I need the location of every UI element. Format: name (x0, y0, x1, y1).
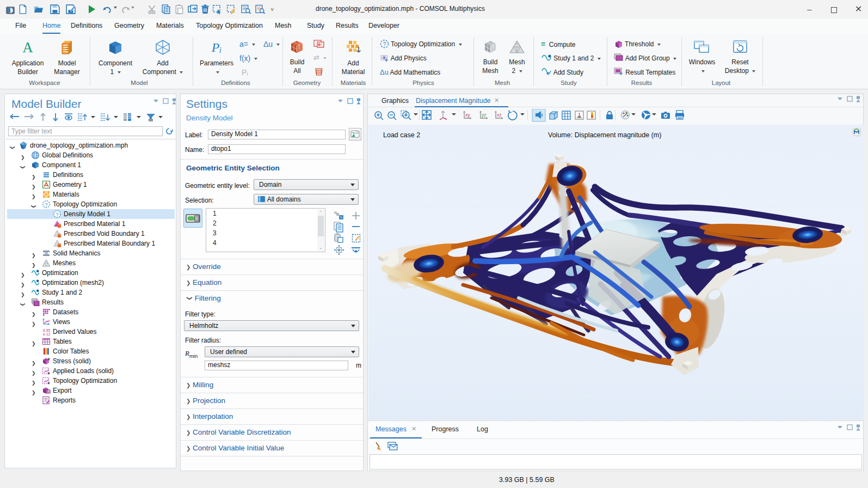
svg-text:Pᵢ: Pᵢ (211, 40, 221, 54)
svg-text:e-12: e-12 (43, 332, 51, 336)
svg-text:?: ? (45, 202, 47, 208)
svg-text:xy: xy (465, 112, 470, 118)
svg-text:yz: yz (482, 112, 487, 118)
svg-text:?: ? (383, 41, 386, 47)
svg-text:A: A (22, 39, 33, 56)
svg-text:xz: xz (497, 112, 502, 118)
svg-text:8.85: 8.85 (43, 328, 50, 332)
svg-text:?: ? (56, 211, 58, 217)
